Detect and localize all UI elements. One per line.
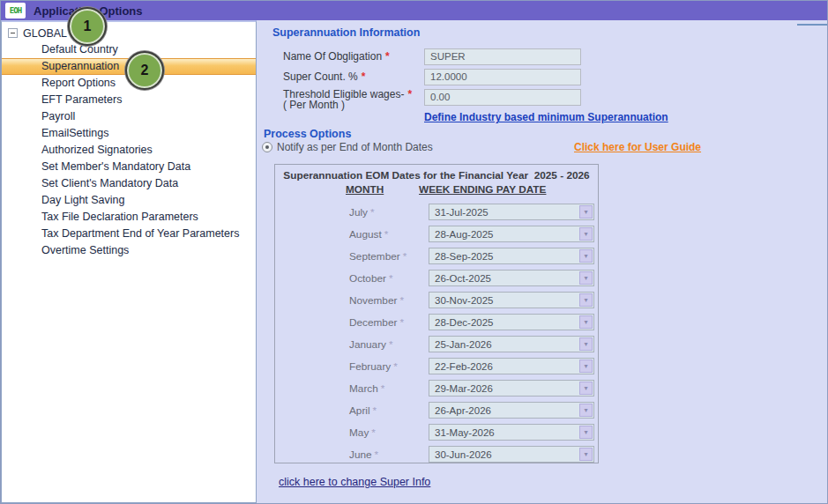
pay-date-dropdown[interactable]: 29-Mar-2026▾ <box>429 380 594 397</box>
chevron-down-icon[interactable]: ▾ <box>579 382 593 395</box>
name-of-obligation-label: Name Of Obgligation* <box>283 50 390 63</box>
pay-date-value: 28-Dec-2025 <box>429 317 579 328</box>
chevron-down-icon[interactable]: ▾ <box>579 315 593 329</box>
eom-row-january: January*25-Jan-2026▾ <box>275 334 598 356</box>
notify-eom-radio-row: Notify as per End of Month Dates <box>262 141 433 153</box>
pay-date-dropdown[interactable]: 31-Jul-2025▾ <box>429 204 594 220</box>
pay-date-dropdown[interactable]: 28-Aug-2025▾ <box>429 226 594 242</box>
month-label: May* <box>349 426 376 439</box>
eom-row-october: October*26-Oct-2025▾ <box>275 268 598 290</box>
tree-item-payroll[interactable]: Payroll <box>2 108 256 125</box>
chevron-down-icon[interactable]: ▾ <box>579 404 593 417</box>
eom-row-november: November*30-Nov-2025▾ <box>275 290 598 312</box>
pay-date-dropdown[interactable]: 31-May-2026▾ <box>429 424 594 441</box>
month-label: April* <box>349 404 377 417</box>
eom-row-july: July*31-Jul-2025▾ <box>275 202 598 224</box>
collapse-icon[interactable] <box>8 28 18 38</box>
tree-item-set-client-s-mandatory-data[interactable]: Set Client's Mandatory Data <box>2 175 256 192</box>
annotation-step-2: 2 <box>125 51 164 90</box>
pay-date-value: 25-Jan-2026 <box>429 339 579 350</box>
eom-row-may: May*31-May-2026▾ <box>275 422 598 444</box>
pay-date-value: 26-Oct-2025 <box>429 273 579 284</box>
chevron-down-icon[interactable]: ▾ <box>579 205 593 219</box>
user-guide-link[interactable]: Click here for User Guide <box>574 141 701 153</box>
chevron-down-icon[interactable]: ▾ <box>579 337 593 351</box>
chevron-down-icon[interactable]: ▾ <box>579 293 593 307</box>
tree-root-label: GLOBAL <box>23 27 67 40</box>
pay-date-dropdown[interactable]: 28-Dec-2025▾ <box>429 314 594 330</box>
eom-box-title: Superannuation EOM Dates for the Financi… <box>275 169 598 182</box>
eom-row-august: August*28-Aug-2025▾ <box>275 224 598 246</box>
tree-item-default-country[interactable]: Default Country <box>2 41 256 58</box>
application-options-window: EOH Application Options GLOBAL Default C… <box>0 0 828 504</box>
eom-rows: July*31-Jul-2025▾August*28-Aug-2025▾Sept… <box>275 202 598 466</box>
pay-date-dropdown[interactable]: 28-Sep-2025▾ <box>429 248 594 264</box>
pay-date-value: 30-Nov-2025 <box>429 295 579 306</box>
month-label: September* <box>349 250 407 263</box>
chevron-down-icon[interactable]: ▾ <box>579 359 593 373</box>
month-label: August* <box>349 228 388 241</box>
change-super-info-link[interactable]: click here to change Super Info <box>279 476 430 488</box>
chevron-down-icon[interactable]: ▾ <box>579 249 593 263</box>
tree-item-eft-parameters[interactable]: EFT Parameters <box>2 92 256 108</box>
content-panel: Superannuation Information Name Of Obgli… <box>257 20 827 503</box>
month-label: March* <box>349 382 384 395</box>
tree-item-set-member-s-mandatory-data[interactable]: Set Member's Mandatory Data <box>2 159 256 175</box>
tree-item-emailsettings[interactable]: EmailSettings <box>2 125 256 142</box>
eom-row-february: February*22-Feb-2026▾ <box>275 356 598 378</box>
pay-date-dropdown[interactable]: 22-Feb-2026▾ <box>429 358 594 374</box>
tree-item-overtime-settings[interactable]: Overtime Settings <box>2 242 256 259</box>
month-label: July* <box>349 206 375 219</box>
eom-dates-box: Superannuation EOM Dates for the Financi… <box>274 164 599 463</box>
tree-item-tax-file-declaration-parameters[interactable]: Tax File Declaration Parameters <box>2 209 256 226</box>
name-of-obligation-field[interactable]: SUPER <box>424 48 581 65</box>
chevron-down-icon[interactable]: ▾ <box>579 271 593 285</box>
month-column-header: MONTH <box>346 183 384 196</box>
pay-date-column-header: WEEK ENDING PAY DATE <box>419 183 546 196</box>
pay-date-value: 28-Aug-2025 <box>429 229 579 240</box>
month-label: October* <box>349 272 393 285</box>
app-logo-icon: EOH <box>5 3 26 19</box>
superannuation-info-heading: Superannuation Information <box>272 26 420 39</box>
settings-tree-panel: GLOBAL Default CountrySuperannuationRepo… <box>1 20 257 503</box>
tree-item-authorized-signatories[interactable]: Authorized Signatories <box>2 142 256 159</box>
pay-date-dropdown[interactable]: 26-Oct-2025▾ <box>429 270 594 286</box>
threshold-wages-label: Threshold Eligible wages-* ( Per Month ) <box>283 89 412 110</box>
pay-date-value: 31-May-2026 <box>429 427 579 438</box>
month-label: December* <box>349 316 404 329</box>
pay-date-value: 22-Feb-2026 <box>429 361 579 372</box>
chevron-down-icon[interactable]: ▾ <box>579 227 593 241</box>
tree-item-tax-department-end-of-year-parameters[interactable]: Tax Department End of Year Parameters <box>2 226 256 242</box>
pay-date-value: 28-Sep-2025 <box>429 251 579 262</box>
tree-node-global[interactable]: GLOBAL <box>2 25 256 41</box>
pay-date-value: 29-Mar-2026 <box>429 383 579 394</box>
eom-row-june: June*30-Jun-2026▾ <box>275 444 598 466</box>
pay-date-value: 30-Jun-2026 <box>429 449 579 460</box>
eom-row-march: March*29-Mar-2026▾ <box>275 378 598 400</box>
titlebar: EOH Application Options <box>1 1 827 20</box>
threshold-wages-field[interactable]: 0.00 <box>424 89 581 106</box>
process-options-heading: Process Options <box>264 128 351 140</box>
radio-selected-icon[interactable] <box>262 142 272 152</box>
eom-row-december: December*28-Dec-2025▾ <box>275 312 598 334</box>
scrollbar-fragment <box>797 24 827 26</box>
super-count-field[interactable]: 12.0000 <box>424 69 581 85</box>
month-label: June* <box>349 448 378 461</box>
annotation-step-1: 1 <box>68 7 107 46</box>
pay-date-dropdown[interactable]: 30-Jun-2026▾ <box>429 446 594 463</box>
pay-date-value: 31-Jul-2025 <box>429 207 579 218</box>
tree-item-day-light-saving[interactable]: Day Light Saving <box>2 192 256 209</box>
chevron-down-icon[interactable]: ▾ <box>579 426 593 439</box>
pay-date-value: 26-Apr-2026 <box>429 405 579 416</box>
pay-date-dropdown[interactable]: 26-Apr-2026▾ <box>429 402 594 419</box>
chevron-down-icon[interactable]: ▾ <box>579 448 593 461</box>
pay-date-dropdown[interactable]: 25-Jan-2026▾ <box>429 336 594 352</box>
month-label: February* <box>349 360 398 373</box>
month-label: November* <box>349 294 404 307</box>
define-industry-super-link[interactable]: Define Industry based minimum Superannua… <box>424 111 668 123</box>
super-count-label: Super Count. %* <box>283 70 365 83</box>
month-label: January* <box>349 338 393 351</box>
notify-eom-radio-label: Notify as per End of Month Dates <box>277 141 433 153</box>
eom-row-september: September*28-Sep-2025▾ <box>275 246 598 268</box>
pay-date-dropdown[interactable]: 30-Nov-2025▾ <box>429 292 594 308</box>
